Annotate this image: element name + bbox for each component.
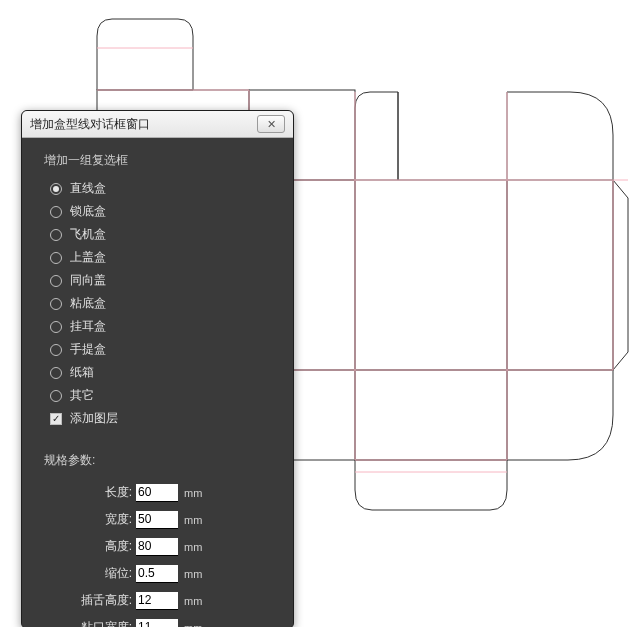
checkbox-icon[interactable] [50,413,62,425]
param-input[interactable] [136,511,178,529]
option-row[interactable]: 直线盒 [50,177,281,200]
box-type-options: 直线盒锁底盒飞机盒上盖盒同向盖粘底盒挂耳盒手提盒纸箱其它添加图层 [50,177,281,430]
radio-icon[interactable] [50,229,62,241]
param-input[interactable] [136,565,178,583]
option-row[interactable]: 锁底盒 [50,200,281,223]
radio-icon[interactable] [50,206,62,218]
param-row: 长度:mm [44,479,281,506]
param-label: 粘口宽度: [44,619,136,627]
close-button[interactable]: ✕ [257,115,285,133]
option-row[interactable]: 挂耳盒 [50,315,281,338]
dialog-title: 增加盒型线对话框窗口 [30,116,257,133]
option-row[interactable]: 其它 [50,384,281,407]
svg-rect-7 [355,370,507,460]
radio-icon[interactable] [50,390,62,402]
radio-icon[interactable] [50,298,62,310]
option-label: 其它 [70,387,94,404]
params-section-title: 规格参数: [34,452,281,469]
option-label: 粘底盒 [70,295,106,312]
param-row: 粘口宽度:mm [44,614,281,627]
radio-icon[interactable] [50,367,62,379]
param-label: 高度: [44,538,136,555]
param-row: 宽度:mm [44,506,281,533]
param-label: 缩位: [44,565,136,582]
radio-icon[interactable] [50,344,62,356]
option-label: 飞机盒 [70,226,106,243]
params-list: 长度:mm宽度:mm高度:mm缩位:mm插舌高度:mm粘口宽度:mm [44,479,281,627]
param-row: 缩位:mm [44,560,281,587]
param-unit: mm [184,487,202,499]
option-row[interactable]: 上盖盒 [50,246,281,269]
radio-icon[interactable] [50,321,62,333]
options-section-title: 增加一组复选框 [44,152,281,169]
option-label: 锁底盒 [70,203,106,220]
option-row[interactable]: 添加图层 [50,407,281,430]
param-label: 插舌高度: [44,592,136,609]
param-row: 插舌高度:mm [44,587,281,614]
param-row: 高度:mm [44,533,281,560]
option-label: 同向盖 [70,272,106,289]
param-input[interactable] [136,619,178,628]
add-box-line-dialog: 增加盒型线对话框窗口 ✕ 增加一组复选框 直线盒锁底盒飞机盒上盖盒同向盖粘底盒挂… [21,110,294,627]
option-row[interactable]: 手提盒 [50,338,281,361]
param-unit: mm [184,595,202,607]
option-label: 手提盒 [70,341,106,358]
svg-rect-5 [355,180,507,370]
radio-icon[interactable] [50,183,62,195]
option-row[interactable]: 飞机盒 [50,223,281,246]
param-unit: mm [184,568,202,580]
param-label: 长度: [44,484,136,501]
param-unit: mm [184,541,202,553]
option-label: 纸箱 [70,364,94,381]
param-input[interactable] [136,538,178,556]
radio-icon[interactable] [50,275,62,287]
option-row[interactable]: 纸箱 [50,361,281,384]
param-input[interactable] [136,592,178,610]
dialog-titlebar[interactable]: 增加盒型线对话框窗口 ✕ [22,111,293,138]
param-unit: mm [184,514,202,526]
param-unit: mm [184,622,202,628]
option-row[interactable]: 粘底盒 [50,292,281,315]
option-label: 直线盒 [70,180,106,197]
option-label: 添加图层 [70,410,118,427]
radio-icon[interactable] [50,252,62,264]
svg-rect-6 [507,180,613,370]
option-label: 上盖盒 [70,249,106,266]
param-label: 宽度: [44,511,136,528]
option-row[interactable]: 同向盖 [50,269,281,292]
dialog-body: 增加一组复选框 直线盒锁底盒飞机盒上盖盒同向盖粘底盒挂耳盒手提盒纸箱其它添加图层… [22,138,293,627]
param-input[interactable] [136,484,178,502]
option-label: 挂耳盒 [70,318,106,335]
close-icon: ✕ [267,118,276,131]
